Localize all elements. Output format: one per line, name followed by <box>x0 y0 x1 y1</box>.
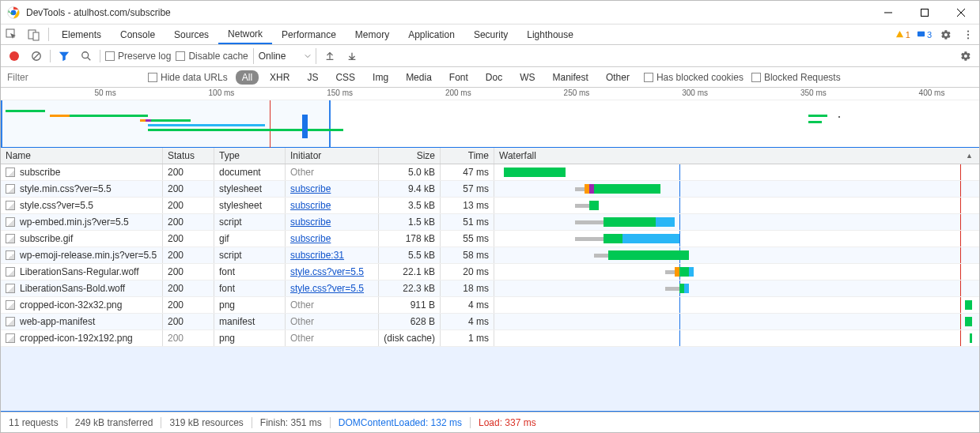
throttling-select[interactable]: Online <box>253 48 317 64</box>
tab-network[interactable]: Network <box>218 24 272 44</box>
request-waterfall <box>494 281 979 296</box>
filter-type-all[interactable]: All <box>236 70 259 85</box>
search-icon[interactable] <box>78 47 95 65</box>
table-row[interactable]: web-app-manifest200manifestOther628 B4 m… <box>1 314 979 330</box>
request-status: 200 <box>163 247 214 263</box>
has-blocked-cookies-checkbox[interactable]: Has blocked cookies <box>644 72 744 83</box>
filter-type-js[interactable]: JS <box>301 70 324 85</box>
table-header[interactable]: Name Status Type Initiator Size Time Wat… <box>1 148 979 164</box>
svg-rect-6 <box>918 32 925 36</box>
maximize-button[interactable] <box>906 1 943 24</box>
filter-type-doc[interactable]: Doc <box>479 70 509 85</box>
network-settings-icon[interactable] <box>957 47 974 65</box>
table-row[interactable]: subscribe200documentOther5.0 kB47 ms <box>1 164 979 181</box>
filter-type-media[interactable]: Media <box>399 70 438 85</box>
col-initiator[interactable]: Initiator <box>286 148 379 164</box>
filter-type-manifest[interactable]: Manifest <box>547 70 595 85</box>
filter-type-ws[interactable]: WS <box>513 70 541 85</box>
request-name: cropped-icon-32x32.png <box>20 299 122 311</box>
request-status: 200 <box>163 314 214 329</box>
tab-console[interactable]: Console <box>111 24 165 44</box>
tab-memory[interactable]: Memory <box>346 24 399 44</box>
table-row[interactable]: wp-embed.min.js?ver=5.5200scriptsubscrib… <box>1 214 979 231</box>
request-type: stylesheet <box>214 181 286 197</box>
preserve-log-checkbox[interactable]: Preserve log <box>105 51 171 62</box>
request-size: 911 B <box>379 297 441 313</box>
request-initiator[interactable]: subscribe <box>286 231 379 247</box>
request-initiator[interactable]: subscribe <box>286 181 379 197</box>
request-size: 5.0 kB <box>379 164 441 180</box>
col-name[interactable]: Name <box>1 148 163 164</box>
table-row[interactable]: subscribe.gif200gifsubscribe178 kB55 ms <box>1 231 979 247</box>
svg-point-8 <box>967 33 969 35</box>
clear-button[interactable] <box>28 47 45 65</box>
close-button[interactable] <box>943 1 979 24</box>
filter-toggle-icon[interactable] <box>55 47 73 65</box>
tab-performance[interactable]: Performance <box>272 24 346 44</box>
tab-application[interactable]: Application <box>399 24 464 44</box>
request-name: web-app-manifest <box>20 316 95 327</box>
table-row[interactable]: wp-emoji-release.min.js?ver=5.5200script… <box>1 247 979 264</box>
table-row[interactable]: cropped-icon-32x32.png200pngOther911 B4 … <box>1 297 979 314</box>
request-initiator: Other <box>286 314 379 329</box>
tab-security[interactable]: Security <box>464 24 517 44</box>
file-icon <box>6 284 15 293</box>
warnings-badge[interactable]: 1 <box>892 24 914 44</box>
request-type: png <box>214 330 286 346</box>
download-har-icon[interactable] <box>343 47 361 65</box>
tab-sources[interactable]: Sources <box>165 24 218 44</box>
hide-data-urls-checkbox[interactable]: Hide data URLs <box>148 72 228 83</box>
disable-cache-checkbox[interactable]: Disable cache <box>176 51 248 62</box>
upload-har-icon[interactable] <box>321 47 339 65</box>
filter-type-css[interactable]: CSS <box>329 70 361 85</box>
messages-badge[interactable]: 3 <box>914 24 935 44</box>
table-row[interactable]: cropped-icon-192x192.png200pngOther(disk… <box>1 330 979 347</box>
request-status: 200 <box>163 281 214 296</box>
request-waterfall <box>494 247 979 263</box>
request-time: 55 ms <box>441 231 494 247</box>
request-initiator[interactable]: style.css?ver=5.5 <box>286 281 379 296</box>
col-waterfall[interactable]: Waterfall <box>494 148 979 164</box>
filter-type-font[interactable]: Font <box>443 70 475 85</box>
col-time[interactable]: Time <box>441 148 494 164</box>
request-name: LiberationSans-Regular.woff <box>20 266 139 277</box>
request-status: 200 <box>163 164 214 180</box>
col-type[interactable]: Type <box>214 148 286 164</box>
blocked-requests-checkbox[interactable]: Blocked Requests <box>751 72 841 83</box>
request-status: 200 <box>163 330 214 346</box>
filter-type-xhr[interactable]: XHR <box>263 70 296 85</box>
tab-lighthouse[interactable]: Lighthouse <box>517 24 583 44</box>
timeline-overview[interactable]: 50 ms100 ms150 ms200 ms250 ms300 ms350 m… <box>1 88 979 148</box>
tab-elements[interactable]: Elements <box>52 24 111 44</box>
request-time: 57 ms <box>441 181 494 197</box>
record-button[interactable] <box>6 47 23 65</box>
file-icon <box>6 250 15 260</box>
filter-bar: Hide data URLs AllXHRJSCSSImgMediaFontDo… <box>1 67 979 88</box>
table-row[interactable]: LiberationSans-Regular.woff200fontstyle.… <box>1 264 979 281</box>
request-initiator[interactable]: style.css?ver=5.5 <box>286 264 379 280</box>
device-toolbar-icon[interactable] <box>23 24 45 44</box>
request-initiator[interactable]: subscribe <box>286 214 379 230</box>
settings-gear-icon[interactable] <box>935 24 957 44</box>
request-initiator[interactable]: subscribe <box>286 198 379 213</box>
table-row[interactable]: style.min.css?ver=5.5200stylesheetsubscr… <box>1 181 979 198</box>
request-size: 22.1 kB <box>379 264 441 280</box>
table-row[interactable]: LiberationSans-Bold.woff200fontstyle.css… <box>1 281 979 297</box>
request-time: 51 ms <box>441 214 494 230</box>
col-size[interactable]: Size <box>379 148 441 164</box>
status-resources: 319 kB resources <box>169 417 243 428</box>
request-status: 200 <box>163 214 214 230</box>
minimize-button[interactable] <box>870 1 906 24</box>
filter-type-other[interactable]: Other <box>600 70 636 85</box>
request-type: font <box>214 264 286 280</box>
table-row[interactable]: style.css?ver=5.5200stylesheetsubscribe3… <box>1 198 979 214</box>
request-type: gif <box>214 231 286 247</box>
filter-type-img[interactable]: Img <box>366 70 395 85</box>
more-menu-icon[interactable] <box>957 24 979 44</box>
col-status[interactable]: Status <box>163 148 214 164</box>
file-icon <box>6 333 15 343</box>
filter-input[interactable] <box>6 70 140 85</box>
request-initiator[interactable]: subscribe:31 <box>286 247 379 263</box>
request-name: LiberationSans-Bold.woff <box>20 283 125 294</box>
inspect-element-icon[interactable] <box>1 24 23 44</box>
